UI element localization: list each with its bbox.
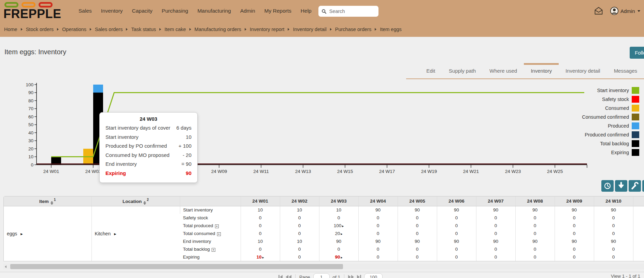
- chart-canvas: 010203040506070809010024 W0124 W0324 W05…: [0, 78, 601, 181]
- tab-messages[interactable]: Messages: [607, 63, 644, 78]
- first-page-button[interactable]: [278, 275, 283, 278]
- frepple-logo[interactable]: FREPPLE: [3, 1, 61, 20]
- value-cell: 90: [437, 206, 476, 214]
- drill-right-icon[interactable]: ▸: [341, 255, 343, 259]
- columns-button[interactable]: [642, 180, 644, 192]
- breadcrumb-item-stock-orders[interactable]: Stock orders: [26, 27, 54, 32]
- column-header-location[interactable]: Location2: [91, 196, 180, 206]
- follow-button[interactable]: Follow: [630, 47, 644, 59]
- value-cell[interactable]: 10▸: [241, 253, 280, 261]
- value-cell: 90: [398, 237, 437, 245]
- nav-item-manufacturing[interactable]: Manufacturing: [197, 8, 231, 14]
- next-page-button[interactable]: [348, 275, 354, 278]
- legend-label: Produced: [608, 123, 629, 129]
- nav-item-help[interactable]: Help: [301, 8, 312, 14]
- location-cell[interactable]: Kitchen▸: [91, 206, 180, 261]
- column-header-24-w10[interactable]: 24 W10: [594, 196, 633, 206]
- cell-value: 0: [455, 254, 458, 260]
- legend-label: Produced confirmed: [585, 132, 629, 137]
- drill-right-icon[interactable]: ▸: [114, 231, 116, 236]
- nav-item-purchasing[interactable]: Purchasing: [162, 8, 188, 14]
- tab-where-used[interactable]: Where used: [483, 63, 524, 78]
- value-cell: 90: [594, 237, 633, 245]
- last-page-button[interactable]: [357, 275, 361, 278]
- tab-edit[interactable]: Edit: [419, 63, 442, 78]
- scrollbar-thumb[interactable]: [10, 264, 343, 269]
- cell-value: 90: [415, 239, 420, 244]
- column-header-24-w04[interactable]: 24 W04: [358, 196, 398, 206]
- inventory-chart[interactable]: 010203040506070809010024 W0124 W0324 W05…: [0, 78, 601, 181]
- drill-right-icon[interactable]: ▸: [262, 255, 264, 259]
- value-cell[interactable]: 90▸: [319, 253, 358, 261]
- cell-value: 0: [338, 247, 340, 252]
- drill-right-icon[interactable]: ▸: [20, 231, 23, 236]
- nav-item-admin[interactable]: Admin: [240, 8, 255, 14]
- legend-label: Total backlog: [600, 141, 629, 146]
- value-cell: 0: [398, 253, 437, 261]
- column-header-24-w06[interactable]: 24 W06: [437, 196, 476, 206]
- column-header-24-w03[interactable]: 24 W03: [319, 196, 358, 206]
- logo-text: FREPPLE: [3, 8, 61, 20]
- breadcrumb-item-purchase-orders[interactable]: Purchase orders: [335, 27, 371, 32]
- tab-inventory-detail[interactable]: Inventory detail: [559, 63, 607, 78]
- search-icon: [321, 9, 327, 14]
- download-button[interactable]: [615, 180, 627, 192]
- column-header-24-w11[interactable]: 24 W11: [633, 196, 644, 206]
- inbox-envelope-icon[interactable]: [594, 6, 603, 17]
- value-cell[interactable]: 100▸: [319, 222, 358, 230]
- legend-swatch-icon: [632, 87, 639, 94]
- breadcrumb-item-operations[interactable]: Operations: [62, 27, 86, 32]
- column-header-24-w05[interactable]: 24 W05: [398, 196, 437, 206]
- column-header-24-w07[interactable]: 24 W07: [476, 196, 515, 206]
- page-size-input[interactable]: [364, 273, 383, 278]
- value-cell[interactable]: 20▸: [319, 230, 358, 237]
- breadcrumb-item-task-status[interactable]: Task status: [131, 27, 156, 32]
- column-header-24-w02[interactable]: 24 W02: [280, 196, 319, 206]
- column-header-24-w09[interactable]: 24 W09: [555, 196, 594, 206]
- breadcrumb-item-home[interactable]: Home: [4, 27, 17, 32]
- breadcrumb-item-item-cake[interactable]: Item cake: [164, 27, 186, 32]
- drill-right-icon[interactable]: ▸: [341, 232, 343, 236]
- column-header-24-w08[interactable]: 24 W08: [515, 196, 555, 206]
- nav-item-sales[interactable]: Sales: [78, 8, 92, 14]
- tooltip-row: Produced by PO confirmed+ 100: [105, 142, 191, 151]
- tooltip-row-value: 6 days: [176, 123, 191, 133]
- column-header-item[interactable]: Item1: [4, 196, 91, 206]
- search-box[interactable]: [318, 6, 378, 17]
- value-cell: 0: [594, 230, 633, 237]
- cell-value: 10: [297, 239, 302, 244]
- expand-plus-icon[interactable]: +: [212, 248, 215, 252]
- sort-icon[interactable]: [51, 201, 53, 205]
- cell-value: 90: [532, 207, 538, 213]
- nav-item-inventory[interactable]: Inventory: [101, 8, 123, 14]
- tab-supply-path[interactable]: Supply path: [442, 63, 483, 78]
- page-title: Item eggs: Inventory: [4, 48, 66, 56]
- drill-right-icon[interactable]: ▸: [342, 224, 344, 228]
- breadcrumb-item-manufacturing-orders[interactable]: Manufacturing orders: [195, 27, 241, 32]
- legend-swatch-icon: [632, 105, 639, 112]
- horizontal-scrollbar[interactable]: [3, 264, 644, 269]
- time-bucket-button[interactable]: [601, 180, 614, 192]
- breadcrumb-item-sales-orders[interactable]: Sales orders: [95, 27, 123, 32]
- page-input[interactable]: [313, 273, 330, 278]
- customize-button[interactable]: [629, 180, 641, 192]
- expand-plus-icon[interactable]: +: [217, 232, 221, 236]
- prev-page-button[interactable]: [286, 275, 291, 278]
- column-header-24-w01[interactable]: 24 W01: [241, 196, 280, 206]
- user-menu[interactable]: Admin: [610, 0, 640, 22]
- scroll-left-icon[interactable]: [5, 265, 6, 268]
- breadcrumb-item-item-eggs[interactable]: Item eggs: [380, 27, 402, 32]
- nav-item-capacity[interactable]: Capacity: [132, 8, 153, 14]
- expand-plus-icon[interactable]: +: [215, 224, 219, 228]
- item-cell[interactable]: eggs▸: [4, 206, 91, 261]
- sort-icon[interactable]: [143, 201, 146, 205]
- nav-item-my-reports[interactable]: My Reports: [264, 8, 291, 14]
- tab-inventory[interactable]: Inventory: [524, 63, 559, 78]
- breadcrumb-item-inventory-detail[interactable]: Inventory detail: [293, 27, 326, 32]
- search-input[interactable]: [329, 8, 375, 14]
- cell-value: 0: [612, 231, 615, 236]
- value-cell: 0: [594, 222, 633, 230]
- value-cell: 0: [633, 214, 644, 222]
- breadcrumb-item-inventory-report[interactable]: Inventory report: [250, 27, 285, 32]
- cell-value: 0: [416, 223, 419, 228]
